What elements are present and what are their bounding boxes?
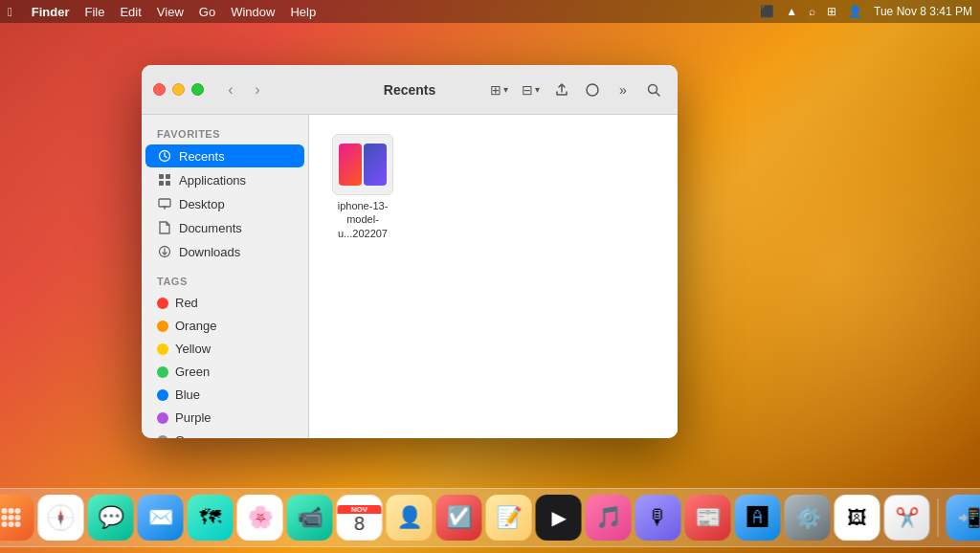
iphonebackup-emoji: 📲 — [957, 506, 980, 529]
dock-separator — [938, 498, 939, 537]
dock-item-scripteditor[interactable]: ✂️ — [884, 495, 930, 541]
svg-point-21 — [2, 508, 8, 514]
svg-point-23 — [15, 508, 21, 514]
dock-item-settings[interactable]: ⚙️ — [785, 495, 831, 541]
tag-label-red: Red — [175, 296, 198, 310]
svg-point-29 — [15, 521, 21, 527]
dock-item-calendar[interactable]: NOV 8 — [337, 495, 383, 541]
close-button[interactable] — [153, 83, 166, 96]
wifi-icon[interactable]: ▲ — [786, 5, 797, 18]
search-menubar-icon[interactable]: ⌕ — [809, 5, 815, 18]
dock-item-photos[interactable]: 🌸 — [237, 495, 283, 541]
maximize-button[interactable] — [191, 83, 204, 96]
menu-view[interactable]: View — [157, 5, 184, 19]
dock-item-launchpad[interactable] — [0, 495, 34, 541]
sidebar-tag-blue[interactable]: Blue — [145, 384, 304, 406]
tag-label-orange: Orange — [175, 319, 216, 333]
tag-dot-yellow — [157, 343, 168, 355]
documents-label: Documents — [179, 221, 242, 235]
sidebar-item-documents[interactable]: Documents — [145, 216, 304, 239]
battery-icon[interactable]: ⬛ — [760, 5, 774, 18]
forward-button[interactable]: › — [246, 78, 269, 101]
iphone-thumb-image — [336, 140, 390, 189]
sidebar-tag-red[interactable]: Red — [145, 292, 304, 314]
file-item-iphone13[interactable]: iphone-13-model-u...202207 — [324, 130, 401, 244]
tags-label: Tags — [142, 272, 308, 291]
title-bar: ‹ › Recents ⊞ ▾ ⊟ ▾ » — [142, 65, 678, 115]
dock-item-reminders[interactable]: ☑️ — [436, 495, 482, 541]
menu-help[interactable]: Help — [290, 5, 316, 19]
menu-edit[interactable]: Edit — [120, 5, 141, 19]
dock-item-contacts[interactable]: 👤 — [387, 495, 433, 541]
icon-view-chevron: ▾ — [503, 84, 508, 95]
safari-icon — [46, 502, 77, 533]
icon-view-button[interactable]: ⊞ ▾ — [486, 77, 512, 102]
more-button[interactable]: » — [611, 77, 635, 102]
search-button[interactable] — [641, 77, 666, 102]
finder-body: Favorites Recents — [142, 115, 678, 438]
dock-item-music[interactable]: 🎵 — [586, 495, 632, 541]
messages-emoji: 💬 — [98, 505, 123, 530]
downloads-label: Downloads — [179, 245, 240, 259]
tag-button[interactable] — [580, 77, 605, 102]
share-button[interactable] — [549, 77, 574, 102]
control-center-icon[interactable]: ⊞ — [827, 5, 836, 18]
menu-bar:  Finder File Edit View Go Window Help ⬛… — [0, 0, 980, 23]
podcasts-emoji: 🎙 — [648, 505, 669, 530]
dock-item-preview[interactable]: 🖼 — [835, 495, 880, 541]
tag-dot-green — [157, 366, 168, 378]
dock-item-iphonebackup[interactable]: 📲 — [947, 495, 981, 541]
sidebar-tag-green[interactable]: Green — [145, 361, 304, 383]
menu-go[interactable]: Go — [199, 5, 215, 19]
sidebar-tag-yellow[interactable]: Yellow — [145, 338, 304, 360]
applications-icon — [157, 172, 172, 188]
iphone-left-panel — [339, 144, 362, 186]
dock-item-podcasts[interactable]: 🎙 — [635, 495, 681, 541]
grid-view-button[interactable]: ⊟ ▾ — [518, 77, 544, 102]
user-icon[interactable]: 👤 — [848, 5, 862, 18]
sidebar-tag-purple[interactable]: Purple — [145, 407, 304, 429]
minimize-button[interactable] — [172, 83, 185, 96]
apple-menu[interactable]:  — [8, 5, 12, 19]
music-emoji: 🎵 — [595, 505, 621, 530]
svg-rect-8 — [159, 199, 170, 207]
tag-dot-purple — [157, 412, 168, 424]
dock-item-maps[interactable]: 🗺 — [188, 495, 234, 541]
dock-item-appletv[interactable]: ▶ — [536, 495, 582, 541]
svg-rect-7 — [166, 181, 170, 186]
svg-rect-6 — [159, 181, 164, 186]
menu-file[interactable]: File — [84, 5, 104, 19]
dock-item-news[interactable]: 📰 — [685, 495, 731, 541]
contacts-emoji: 👤 — [396, 505, 422, 530]
sidebar-item-recents[interactable]: Recents — [145, 144, 304, 167]
dock-item-facetime[interactable]: 📹 — [287, 495, 333, 541]
dock-item-appstore[interactable]: 🅰 — [735, 495, 781, 541]
sidebar-item-desktop[interactable]: Desktop — [145, 192, 304, 215]
news-emoji: 📰 — [695, 505, 721, 530]
dock-item-safari[interactable] — [38, 495, 84, 541]
desktop-label: Desktop — [179, 197, 225, 211]
dock-item-mail[interactable]: ✉️ — [138, 495, 184, 541]
sidebar-tag-gray[interactable]: Gray — [145, 430, 304, 438]
app-name[interactable]: Finder — [32, 5, 70, 19]
favorites-label: Favorites — [142, 124, 308, 144]
recents-label: Recents — [179, 149, 225, 164]
scripteditor-emoji: ✂️ — [895, 506, 919, 529]
appstore-emoji: 🅰 — [747, 505, 768, 530]
dock-item-notes[interactable]: 📝 — [486, 495, 532, 541]
sidebar-item-applications[interactable]: Applications — [145, 168, 304, 191]
icon-view-icon: ⊞ — [490, 82, 501, 98]
sidebar-tag-orange[interactable]: Orange — [145, 315, 304, 337]
calendar-day: 8 — [354, 514, 365, 533]
mail-emoji: ✉️ — [147, 505, 173, 530]
file-name: iphone-13-model-u...202207 — [328, 199, 397, 240]
svg-point-24 — [2, 515, 8, 520]
svg-rect-4 — [159, 174, 164, 179]
menu-window[interactable]: Window — [231, 5, 275, 19]
back-button[interactable]: ‹ — [219, 78, 242, 101]
file-thumbnail — [332, 134, 393, 195]
dock-item-messages[interactable]: 💬 — [88, 495, 134, 541]
tag-label-yellow: Yellow — [175, 342, 211, 356]
sidebar-item-downloads[interactable]: Downloads — [145, 240, 304, 263]
tag-dot-red — [157, 298, 168, 309]
